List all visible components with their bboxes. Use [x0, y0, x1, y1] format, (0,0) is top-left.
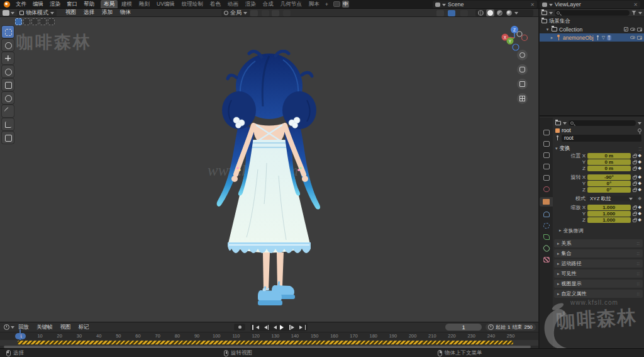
world-tab[interactable] [543, 186, 550, 193]
viewport-menu-item[interactable]: 物体 [116, 9, 135, 16]
workspace-tab[interactable]: UV编辑 [153, 0, 178, 8]
transform-panel-header[interactable]: 变换 [554, 144, 643, 152]
jump-to-end-button[interactable] [299, 325, 306, 330]
lock-icon[interactable] [633, 219, 636, 222]
transform-orientation-dropdown[interactable]: 全局 [221, 9, 250, 16]
rotation-mode-dropdown[interactable]: XYZ 欧拉 [587, 196, 636, 201]
next-keyframe-button[interactable] [289, 325, 296, 330]
keyframe-diamond-icon[interactable]: ◆ [638, 186, 641, 193]
transform-value-field[interactable]: 0° [587, 187, 631, 193]
current-frame-field[interactable]: 1 [445, 324, 482, 331]
shading-material-button[interactable] [496, 9, 504, 16]
properties-section-header[interactable]: 视图显示 [554, 280, 643, 288]
workspace-tab[interactable]: 雕刻 [136, 0, 153, 8]
timeline-menu-item[interactable]: 关键帧 [33, 324, 57, 331]
snap-magnet-icon[interactable] [262, 10, 269, 16]
play-button[interactable] [280, 325, 286, 330]
select-new-icon[interactable] [15, 18, 22, 25]
expand-caret-icon[interactable]: ▾ [545, 27, 550, 32]
viewport-menu-item[interactable]: 添加 [98, 9, 116, 16]
annotate-tool[interactable] [2, 105, 14, 117]
transform-value-field[interactable]: 1.000 [587, 205, 631, 210]
workspace-tab[interactable]: 脚本 [306, 0, 323, 8]
menu-item[interactable]: 帮助 [81, 0, 97, 8]
mode-dropdown[interactable]: 物体模式 [17, 9, 57, 16]
transform-tool[interactable] [2, 92, 14, 104]
outliner-row-scene-collection[interactable]: 场景集合 [540, 17, 644, 25]
menu-item[interactable]: 窗口 [64, 0, 80, 8]
tool-tab[interactable] [543, 129, 550, 136]
properties-section-header[interactable]: 自定义属性 [554, 290, 643, 298]
properties-section-header[interactable]: 关系 [554, 239, 643, 247]
remove-view-layer-icon[interactable]: ✕ [633, 2, 638, 8]
pan-hand-icon[interactable] [517, 64, 528, 75]
breadcrumb-object-name[interactable]: root [562, 127, 571, 133]
delta-transform-section[interactable]: 变换微调 [554, 227, 643, 234]
lock-icon[interactable] [633, 213, 636, 216]
ortho-toggle-icon[interactable] [517, 93, 528, 104]
keyframe-diamond-icon[interactable]: ◆ [638, 159, 641, 165]
move-tool[interactable] [2, 52, 14, 64]
play-reverse-button[interactable] [272, 326, 277, 329]
workspace-tab[interactable]: 建模 [118, 0, 135, 8]
keyframe-diamond-icon[interactable]: ◆ [638, 174, 641, 180]
keyframe-diamond-icon[interactable]: ◆ [638, 217, 641, 223]
add-workspace-button[interactable]: + [323, 1, 331, 8]
lock-icon[interactable] [633, 155, 636, 158]
workspace-tab[interactable]: 纹理绘制 [179, 0, 206, 8]
overlays-toggle-icon[interactable] [448, 10, 455, 16]
transform-value-field[interactable]: 1.000 [587, 211, 631, 217]
viewport-menu-item[interactable]: 选择 [80, 9, 98, 16]
outliner-search-input[interactable] [555, 10, 630, 16]
workspace-tab[interactable]: 几何节点 [277, 0, 305, 8]
select-invert-icon[interactable] [40, 18, 47, 25]
object-name-field[interactable]: root [562, 135, 641, 142]
window-icon[interactable] [333, 1, 340, 7]
keyframe-diamond-icon[interactable]: ◆ [638, 152, 641, 159]
jump-to-start-button[interactable] [252, 325, 259, 330]
zoom-icon[interactable] [517, 50, 528, 60]
constraints-tab[interactable] [543, 211, 550, 218]
timeline-ruler[interactable]: 1020304050607080901001101201301401501601… [0, 332, 538, 340]
workspace-tab[interactable]: 布局 [101, 0, 118, 8]
outliner-row-object[interactable]: ▸ anemoneObj ▽ [540, 33, 644, 42]
texture-tab[interactable] [543, 256, 550, 263]
lock-icon[interactable] [633, 207, 636, 210]
object-data-tab[interactable] [543, 234, 550, 241]
timeline-menu-item[interactable]: 标记 [75, 324, 93, 331]
render-tab[interactable] [543, 140, 550, 147]
shading-rendered-button[interactable] [505, 9, 513, 16]
select-subtract-icon[interactable] [31, 18, 38, 25]
properties-editor-icon[interactable] [555, 121, 561, 125]
checkbox-icon[interactable]: ✓ [624, 27, 628, 31]
filter-icon[interactable] [631, 11, 636, 15]
shading-solid-button[interactable] [486, 9, 494, 16]
keyframe-diamond-icon[interactable]: ◆ [638, 180, 641, 186]
object-tab-active[interactable] [540, 197, 553, 207]
properties-search-input[interactable] [569, 120, 636, 126]
workspace-tab[interactable]: 合成 [260, 0, 277, 8]
transform-value-field[interactable]: 0 m [587, 153, 631, 159]
menu-item[interactable]: 渲染 [47, 0, 63, 8]
pivot-point-icon[interactable] [250, 10, 258, 16]
keyframe-diamond-icon[interactable]: ◆ [638, 165, 641, 171]
playhead-line[interactable] [19, 329, 21, 340]
proportional-editing-icon[interactable] [283, 10, 291, 16]
xray-toggle-icon[interactable] [460, 10, 468, 16]
display-mode-icon[interactable] [541, 11, 547, 15]
transform-value-field[interactable]: 0 m [587, 166, 631, 171]
viewport-menu-item[interactable]: 视图 [62, 9, 80, 16]
physics-tab[interactable] [543, 222, 550, 229]
view-layer-tab[interactable] [543, 163, 550, 170]
outliner-row-collection[interactable]: ▾ Collection ✓ [540, 25, 644, 33]
properties-section-header[interactable]: 运动路径 [554, 259, 643, 268]
keyframe-diamond-icon[interactable]: ◆ [638, 204, 641, 210]
blender-logo-icon[interactable] [4, 1, 10, 8]
viewport-3d[interactable]: 咖啡森林 www.kfsll.com [0, 17, 538, 322]
timeline-menu-item[interactable]: 回放 [14, 324, 33, 331]
select-extend-icon[interactable] [23, 18, 30, 25]
measure-tool[interactable] [2, 118, 14, 130]
character-model[interactable] [200, 50, 338, 314]
transform-value-field[interactable]: 1.000 [587, 217, 631, 223]
rotate-tool[interactable] [2, 65, 14, 77]
